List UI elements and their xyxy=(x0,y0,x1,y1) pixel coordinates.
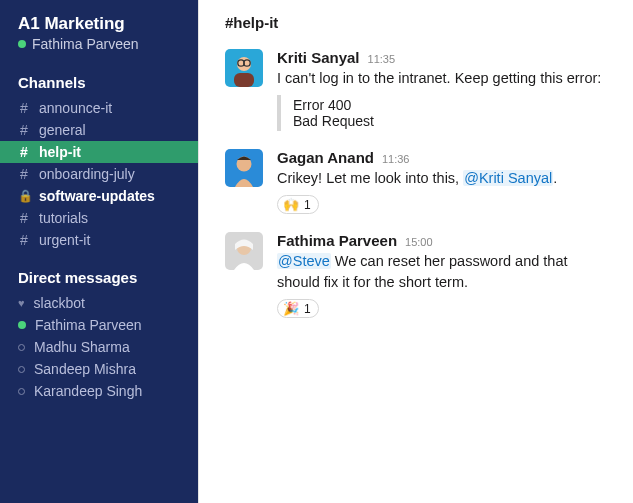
avatar[interactable] xyxy=(225,49,263,87)
dm-label: Fathima Parveen xyxy=(35,317,142,333)
reaction-count: 1 xyxy=(304,198,311,212)
channel-label: help-it xyxy=(39,144,81,160)
dm-karandeep[interactable]: Karandeep Singh xyxy=(0,380,198,402)
channel-general[interactable]: # general xyxy=(0,119,198,141)
dm-label: Madhu Sharma xyxy=(34,339,130,355)
reaction-emoji-icon: 🙌 xyxy=(283,197,299,212)
channel-label: general xyxy=(39,122,86,138)
channel-label: onboarding-july xyxy=(39,166,135,182)
channel-announce-it[interactable]: # announce-it xyxy=(0,97,198,119)
channel-label: urgent-it xyxy=(39,232,90,248)
hash-icon: # xyxy=(18,100,30,116)
dm-label: Sandeep Mishra xyxy=(34,361,136,377)
message-time: 15:00 xyxy=(405,236,433,248)
reaction-count: 1 xyxy=(304,302,311,316)
avatar[interactable] xyxy=(225,232,263,270)
mention[interactable]: @Kriti Sanyal xyxy=(463,170,553,186)
channel-label: tutorials xyxy=(39,210,88,226)
avatar[interactable] xyxy=(225,149,263,187)
message: Gagan Anand 11:36 Crikey! Let me look in… xyxy=(225,149,607,214)
channel-onboarding-july[interactable]: # onboarding-july xyxy=(0,163,198,185)
reaction[interactable]: 🙌 1 xyxy=(277,195,319,214)
current-user-name: Fathima Parveen xyxy=(32,36,139,52)
message-text: Crikey! Let me look into this, @Kriti Sa… xyxy=(277,168,607,189)
presence-dot-icon xyxy=(18,388,25,395)
mention[interactable]: @Steve xyxy=(277,253,331,269)
message-author[interactable]: Kriti Sanyal xyxy=(277,49,360,66)
quote-line: Bad Request xyxy=(293,113,607,129)
workspace-name[interactable]: A1 Marketing xyxy=(0,14,198,36)
hash-icon: # xyxy=(18,122,30,138)
presence-dot-icon xyxy=(18,40,26,48)
channel-header-name: #help-it xyxy=(225,14,278,31)
heart-icon: ♥ xyxy=(18,298,25,309)
presence-dot-icon xyxy=(18,321,26,329)
channel-tutorials[interactable]: # tutorials xyxy=(0,207,198,229)
channels-heading[interactable]: Channels xyxy=(0,70,198,97)
current-user[interactable]: Fathima Parveen xyxy=(0,36,198,70)
hash-icon: # xyxy=(18,166,30,182)
lock-icon: 🔒 xyxy=(18,189,30,203)
channel-help-it[interactable]: # help-it xyxy=(0,141,198,163)
svg-rect-2 xyxy=(234,73,254,87)
dm-label: Karandeep Singh xyxy=(34,383,142,399)
dm-label: slackbot xyxy=(34,295,85,311)
quote-line: Error 400 xyxy=(293,97,607,113)
dm-heading[interactable]: Direct messages xyxy=(0,265,198,292)
reaction-emoji-icon: 🎉 xyxy=(283,301,299,316)
channel-urgent-it[interactable]: # urgent-it xyxy=(0,229,198,251)
dm-sandeep[interactable]: Sandeep Mishra xyxy=(0,358,198,380)
dm-fathima[interactable]: Fathima Parveen xyxy=(0,314,198,336)
message: Fathima Parveen 15:00 @Steve We can rese… xyxy=(225,232,607,318)
message-time: 11:36 xyxy=(382,153,410,165)
message-list: Kriti Sanyal 11:35 I can't log in to the… xyxy=(199,49,633,336)
dm-slackbot[interactable]: ♥ slackbot xyxy=(0,292,198,314)
channel-label: software-updates xyxy=(39,188,155,204)
presence-dot-icon xyxy=(18,366,25,373)
hash-icon: # xyxy=(18,144,30,160)
message-author[interactable]: Gagan Anand xyxy=(277,149,374,166)
message: Kriti Sanyal 11:35 I can't log in to the… xyxy=(225,49,607,131)
hash-icon: # xyxy=(18,210,30,226)
hash-icon: # xyxy=(18,232,30,248)
message-time: 11:35 xyxy=(368,53,396,65)
presence-dot-icon xyxy=(18,344,25,351)
channel-software-updates[interactable]: 🔒 software-updates xyxy=(0,185,198,207)
channel-label: announce-it xyxy=(39,100,112,116)
reaction[interactable]: 🎉 1 xyxy=(277,299,319,318)
message-quote: Error 400 Bad Request xyxy=(277,95,607,131)
message-text: I can't log in to the intranet. Keep get… xyxy=(277,68,607,89)
channel-header[interactable]: #help-it xyxy=(199,0,633,49)
message-text: @Steve We can reset her password and tha… xyxy=(277,251,607,293)
dm-madhu[interactable]: Madhu Sharma xyxy=(0,336,198,358)
conversation-pane: #help-it Kriti Sanyal 11:35 I can't log … xyxy=(198,0,633,503)
message-author[interactable]: Fathima Parveen xyxy=(277,232,397,249)
sidebar: A1 Marketing Fathima Parveen Channels # … xyxy=(0,0,198,503)
